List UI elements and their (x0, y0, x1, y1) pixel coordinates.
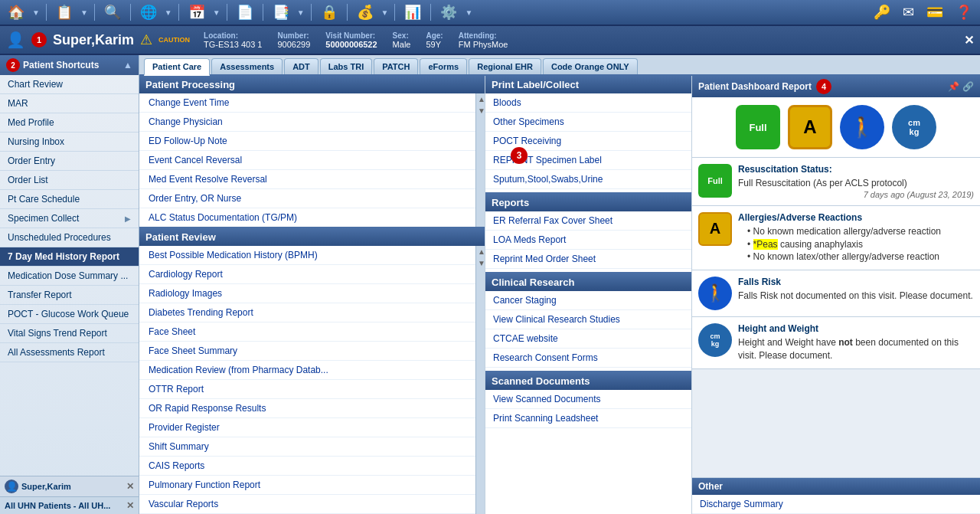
sidebar-item-order-list[interactable]: Order List (0, 171, 139, 190)
pr-scrollbar[interactable]: ▲ ▼ (475, 246, 485, 514)
pr-item-bpmh[interactable]: Best Possible Medication History (BPMH) (139, 246, 475, 265)
cr-item-view-studies[interactable]: View Clinical Research Studies (485, 310, 691, 329)
sidebar-item-7day-med[interactable]: 7 Day Med History Report (0, 247, 139, 267)
card-icon-fall[interactable]: 🚶 (698, 277, 732, 310)
cr-item-ctcae[interactable]: CTCAE website (485, 329, 691, 349)
tab-adt[interactable]: ADT (284, 58, 318, 74)
tab-patient-care[interactable]: Patient Care (144, 58, 210, 76)
pr-scroll-down[interactable]: ▼ (476, 257, 485, 269)
pr-item-med-review[interactable]: Medication Review (from Pharmacy Datab..… (139, 361, 475, 380)
cr-item-cancer-staging[interactable]: Cancer Staging (485, 291, 691, 310)
pr-item-cais[interactable]: CAIS Reports (139, 457, 475, 476)
dash-icon-full-resuscitation[interactable]: Full (736, 105, 780, 149)
sidebar-item-unscheduled[interactable]: Unscheduled Procedures (0, 228, 139, 247)
sidebar-item-transfer[interactable]: Transfer Report (0, 286, 139, 305)
pl-item-bloods[interactable]: Bloods (485, 93, 691, 113)
other-item-discharge[interactable]: Discharge Summary (692, 495, 980, 514)
rpt-item-reprint-med[interactable]: Reprint Med Order Sheet (485, 250, 691, 269)
report-icon[interactable]: 📑 (270, 2, 292, 22)
mail-icon[interactable]: ✉ (900, 2, 917, 22)
sidebar-item-poct[interactable]: POCT - Glucose Work Queue (0, 305, 139, 324)
dash-icon-allergies[interactable]: A (788, 105, 832, 149)
pp-item-change-physician[interactable]: Change Physician (139, 113, 475, 132)
calendar-arrow[interactable]: ▼ (213, 8, 220, 17)
pp-item-change-event[interactable]: Change Event Time (139, 93, 475, 113)
pp-item-event-cancel[interactable]: Event Cancel Reversal (139, 151, 475, 170)
pr-item-face-sheet[interactable]: Face Sheet (139, 322, 475, 342)
calendar-icon[interactable]: 📅 (185, 2, 208, 22)
money-arrow[interactable]: ▼ (381, 8, 389, 17)
pl-item-other-specimens[interactable]: Other Specimens (485, 113, 691, 132)
sidebar-item-all-assessments[interactable]: All Assessments Report (0, 343, 139, 362)
patient-icon[interactable]: 👤 (6, 31, 25, 49)
pp-item-ed-followup[interactable]: ED Follow-Up Note (139, 132, 475, 151)
pl-item-sputum[interactable]: Sputum,Stool,Swabs,Urine (485, 170, 691, 189)
money-icon[interactable]: 💰 (354, 2, 377, 22)
card-icon-a[interactable]: A (698, 212, 732, 246)
globe-arrow[interactable]: ▼ (165, 8, 172, 17)
globe-icon[interactable]: 🌐 (137, 2, 160, 22)
dash-icon-height-weight[interactable]: cmkg (892, 105, 936, 149)
tab-assessments[interactable]: Assessments (211, 58, 283, 74)
sd-item-view[interactable]: View Scanned Documents (485, 390, 691, 409)
pl-item-reprint[interactable]: REPRINT Specimen Label (485, 151, 691, 170)
dashboard-pin-icon[interactable]: 📌 (948, 81, 959, 92)
dash-icon-falls-risk[interactable]: 🚶 (840, 105, 884, 149)
pr-item-face-sheet-summary[interactable]: Face Sheet Summary (139, 342, 475, 361)
pl-item-poct[interactable]: POCT Receiving (485, 132, 691, 151)
sidebar-item-mar[interactable]: MAR (0, 94, 139, 113)
rpt-item-er-referral[interactable]: ER Referral Fax Cover Sheet (485, 211, 691, 231)
pr-item-vascular[interactable]: Vascular Reports (139, 495, 475, 514)
sidebar-item-chart-review[interactable]: Chart Review (0, 75, 139, 94)
report-arrow[interactable]: ▼ (297, 8, 305, 17)
pp-item-alc-tgpm[interactable]: ALC Status Documentation (TG/PM) (139, 208, 475, 227)
home-icon[interactable]: 🏠 (5, 2, 28, 22)
rpt-item-loa-meds[interactable]: LOA Meds Report (485, 231, 691, 250)
dashboard-external-icon[interactable]: 🔗 (962, 81, 974, 92)
card-icon-weight[interactable]: cmkg (698, 323, 732, 357)
pp-scrollbar[interactable]: ▲ ▼ (475, 93, 485, 227)
patient-list-close[interactable]: ✕ (126, 500, 134, 511)
clipboard-arrow[interactable]: ▼ (80, 8, 88, 17)
pr-item-shift-summary[interactable]: Shift Summary (139, 437, 475, 457)
key-icon[interactable]: 🔑 (871, 2, 893, 22)
pp-scroll-down[interactable]: ▼ (476, 105, 485, 116)
tab-eforms[interactable]: eForms (420, 58, 467, 74)
pr-item-ottr[interactable]: OTTR Report (139, 380, 475, 399)
sidebar-item-specimen-collect[interactable]: Specimen Collect ▶ (0, 209, 139, 228)
sidebar-item-med-dose[interactable]: Medication Dose Summary ... (0, 267, 139, 286)
tab-regional-ehr[interactable]: Regional EHR (469, 58, 541, 74)
pr-item-diabetes[interactable]: Diabetes Trending Report (139, 303, 475, 322)
chart-icon[interactable]: 📊 (401, 2, 424, 22)
search-icon[interactable]: 🔍 (101, 2, 124, 22)
pp-scroll-up[interactable]: ▲ (476, 93, 485, 105)
sidebar-item-med-profile[interactable]: Med Profile (0, 113, 139, 133)
pr-item-or-rapid[interactable]: OR Rapid Response Results (139, 399, 475, 418)
sidebar-item-vital-signs[interactable]: Vital Signs Trend Report (0, 324, 139, 343)
user-bar-close[interactable]: ✕ (126, 481, 134, 492)
sidebar-item-pt-care[interactable]: Pt Care Schedule (0, 190, 139, 209)
tab-labs-tri[interactable]: Labs TRI (320, 58, 372, 74)
clipboard-icon[interactable]: 📋 (53, 2, 76, 22)
home-arrow[interactable]: ▼ (32, 8, 40, 17)
pr-item-cardiology[interactable]: Cardiology Report (139, 265, 475, 284)
pp-item-med-event[interactable]: Med Event Resolve Reversal (139, 170, 475, 189)
card-icon-full[interactable]: Full (698, 164, 732, 198)
patient-bar-close[interactable]: ✕ (964, 33, 974, 47)
gear-arrow[interactable]: ▼ (465, 8, 472, 17)
pp-item-order-entry-or[interactable]: Order Entry, OR Nurse (139, 189, 475, 208)
help-icon[interactable]: ❓ (952, 2, 975, 22)
card-icon[interactable]: 💳 (923, 2, 946, 22)
coin-icon[interactable]: 🔒 (318, 2, 341, 22)
gear-icon[interactable]: ⚙️ (437, 2, 460, 22)
sidebar-item-order-entry[interactable]: Order Entry (0, 152, 139, 171)
sd-item-print[interactable]: Print Scanning Leadsheet (485, 409, 691, 428)
cr-item-consent-forms[interactable]: Research Consent Forms (485, 349, 691, 368)
pr-item-pulmonary[interactable]: Pulmonary Function Report (139, 476, 475, 495)
pr-item-provider-register[interactable]: Provider Register (139, 418, 475, 437)
tab-patch[interactable]: PATCH (374, 58, 418, 74)
pr-scroll-up[interactable]: ▲ (476, 246, 485, 257)
doc-icon[interactable]: 📄 (234, 2, 256, 22)
pr-item-radiology[interactable]: Radiology Images (139, 284, 475, 303)
sidebar-collapse-icon[interactable]: ▲ (123, 60, 132, 70)
